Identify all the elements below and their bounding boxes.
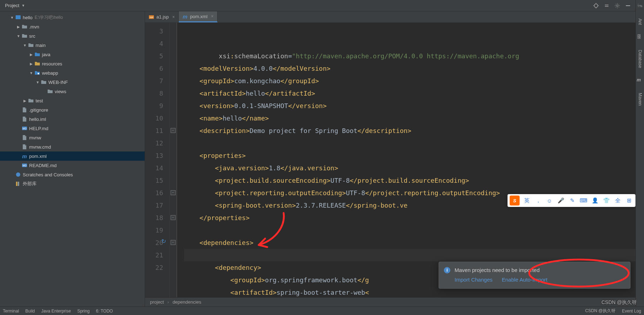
svg-point-8 xyxy=(38,73,39,75)
right-tool-ant[interactable]: Ant xyxy=(638,16,643,27)
ime-button[interactable]: 🎤 xyxy=(557,196,565,205)
fold-marker-icon[interactable]: − xyxy=(171,128,176,133)
statusbar-item[interactable]: Java Enterprise xyxy=(41,309,71,314)
tree-row[interactable]: ▶resources xyxy=(0,59,145,68)
statusbar-item[interactable]: Terminal xyxy=(3,309,19,314)
tree-row[interactable]: ▼helloE:\学习吧\hello xyxy=(0,13,145,22)
statusbar-item[interactable]: CSDN @执久呀 xyxy=(585,308,616,314)
project-panel-label[interactable]: Project ▼ xyxy=(0,3,30,8)
reload-icon[interactable]: ↻ xyxy=(161,238,168,244)
tree-row[interactable]: ▼src xyxy=(0,31,145,41)
tree-row[interactable]: ▼webapp xyxy=(0,68,145,78)
sogou-logo-icon[interactable]: S xyxy=(510,196,520,205)
tree-row[interactable]: 外部库 xyxy=(0,179,145,188)
code-line[interactable]: <properties> xyxy=(184,149,644,162)
right-tool-maven[interactable]: Maven xyxy=(638,91,643,108)
tree-row[interactable]: MDREADME.md xyxy=(0,161,145,170)
expand-toggle-icon[interactable]: ▶ xyxy=(16,25,21,29)
tree-row[interactable]: hello.iml xyxy=(0,114,145,124)
tree-row[interactable]: MDHELP.md xyxy=(0,124,145,133)
tree-row[interactable]: ▼main xyxy=(0,41,145,50)
ime-button[interactable]: ⊞ xyxy=(625,196,633,205)
statusbar-item[interactable]: Event Log xyxy=(622,309,641,314)
ime-button[interactable]: 👕 xyxy=(602,196,611,205)
breadcrumb-item[interactable]: project xyxy=(150,299,164,305)
database-icon[interactable]: 🗄 xyxy=(637,34,643,41)
ime-button[interactable]: ⌨ xyxy=(579,196,588,205)
code-view[interactable]: xsi:schemaLocation="http://maven.apache.… xyxy=(177,23,644,297)
code-line[interactable]: xsi:schemaLocation="http://maven.apache.… xyxy=(184,50,644,62)
ime-button[interactable]: ☺ xyxy=(545,196,554,205)
tree-row[interactable]: mpom.xml xyxy=(0,151,145,161)
jsp-icon: JSP xyxy=(149,14,154,20)
expand-toggle-icon[interactable]: ▼ xyxy=(16,34,21,38)
ant-icon[interactable]: 🐜 xyxy=(637,3,643,9)
locate-icon[interactable] xyxy=(592,1,600,10)
right-tool-database[interactable]: Database xyxy=(638,48,643,70)
ime-toolbar[interactable]: S英，☺🎤✎⌨👤👕全⊞ xyxy=(508,194,635,207)
tree-row[interactable]: mvnw xyxy=(0,133,145,142)
tree-label: mvnw xyxy=(29,135,41,140)
ime-button[interactable]: 全 xyxy=(613,196,622,205)
editor: JSPa1.jsp×mpom.xml× 34567891011121314151… xyxy=(145,11,644,306)
expand-toggle-icon[interactable]: ▶ xyxy=(22,99,28,103)
tree-row[interactable]: mvnw.cmd xyxy=(0,142,145,151)
fold-marker-icon[interactable]: − xyxy=(171,240,176,245)
tree-row[interactable]: views xyxy=(0,87,145,96)
breadcrumb[interactable]: project › dependencies xyxy=(145,297,644,306)
code-line[interactable]: <groupId>com.kongchao</groupId> xyxy=(184,75,644,87)
tree-row[interactable]: ▶.mvn xyxy=(0,22,145,31)
tree-row[interactable]: ▶test xyxy=(0,96,145,105)
code-line[interactable]: <artifactId>hello</artifactId> xyxy=(184,87,644,100)
project-tree[interactable]: ▼helloE:\学习吧\hello▶.mvn▼src▼main▶java▶re… xyxy=(0,11,145,306)
code-line[interactable]: <dependencies> xyxy=(184,236,644,249)
expand-toggle-icon[interactable]: ▼ xyxy=(28,71,34,75)
fold-marker-icon[interactable]: − xyxy=(171,215,176,220)
expand-toggle-icon[interactable]: ▼ xyxy=(9,16,15,20)
code-line[interactable] xyxy=(184,249,644,261)
code-line[interactable]: </properties> xyxy=(184,212,644,224)
breadcrumb-item[interactable]: dependencies xyxy=(172,299,201,305)
ime-button[interactable]: ✎ xyxy=(568,196,576,205)
code-line[interactable]: <modelVersion>4.0.0</modelVersion> xyxy=(184,62,644,75)
close-icon[interactable]: × xyxy=(171,15,175,20)
tree-row[interactable]: ▼WEB-INF xyxy=(0,78,145,87)
settings-icon[interactable] xyxy=(613,1,622,10)
tree-row[interactable]: Scratches and Consoles xyxy=(0,170,145,179)
import-changes-link[interactable]: Import Changes xyxy=(455,277,493,283)
hide-icon[interactable] xyxy=(624,1,632,10)
expand-toggle-icon[interactable]: ▶ xyxy=(28,62,34,66)
svg-point-5 xyxy=(617,5,618,6)
statusbar-item[interactable]: Build xyxy=(25,309,35,314)
file-icon xyxy=(21,107,28,113)
code-line[interactable]: <java.version>1.8</java.version> xyxy=(184,162,644,174)
svg-rect-7 xyxy=(16,15,21,19)
tree-label: .mvn xyxy=(29,24,39,30)
fold-marker-icon[interactable]: − xyxy=(171,190,176,195)
expand-toggle-icon[interactable]: ▼ xyxy=(22,43,28,47)
ime-button[interactable]: 👤 xyxy=(591,196,599,205)
statusbar-item[interactable]: 6: TODO xyxy=(96,309,113,314)
code-line[interactable] xyxy=(184,137,644,149)
close-icon[interactable]: × xyxy=(210,14,214,19)
maven-icon[interactable]: m xyxy=(637,77,643,84)
code-line[interactable] xyxy=(184,224,644,236)
code-line[interactable]: <version>0.0.1-SNAPSHOT</version> xyxy=(184,100,644,112)
editor-tab[interactable]: JSPa1.jsp× xyxy=(145,11,179,22)
tree-row[interactable]: .gitignore xyxy=(0,105,145,114)
code-line[interactable]: <name>hello</name> xyxy=(184,112,644,124)
panel-title: Project xyxy=(5,3,19,8)
fold-column[interactable]: −−−−↻ xyxy=(170,23,177,297)
enable-auto-import-link[interactable]: Enable Auto-Import xyxy=(502,277,547,283)
svg-text:MD: MD xyxy=(23,127,27,130)
editor-tab[interactable]: mpom.xml× xyxy=(179,11,218,22)
ime-button[interactable]: 英 xyxy=(522,196,531,205)
code-line[interactable]: <project.build.sourceEncoding>UTF-8</pro… xyxy=(184,174,644,187)
statusbar-item[interactable]: Spring xyxy=(77,309,90,314)
collapse-icon[interactable] xyxy=(602,1,611,10)
expand-toggle-icon[interactable]: ▼ xyxy=(35,80,41,84)
tree-row[interactable]: ▶java xyxy=(0,50,145,59)
expand-toggle-icon[interactable]: ▶ xyxy=(28,53,34,57)
ime-button[interactable]: ， xyxy=(534,196,542,205)
code-line[interactable]: <description>Demo project for Spring Boo… xyxy=(184,124,644,137)
